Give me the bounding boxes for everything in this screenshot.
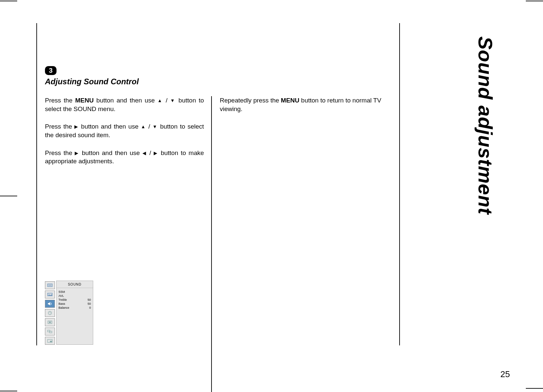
step-badge: 3 xyxy=(45,66,57,75)
time-icon xyxy=(45,309,55,317)
up-triangle-icon: ▲ xyxy=(158,98,163,103)
left-triangle-icon: ◀ xyxy=(142,150,147,156)
right-triangle-icon: ▶ xyxy=(154,150,158,156)
instruction-4: Repeatedly press the MENU button to retu… xyxy=(220,96,387,113)
pip-icon xyxy=(45,337,55,345)
section-title: Adjusting Sound Control xyxy=(45,77,389,86)
svg-rect-0 xyxy=(48,284,52,287)
sound-icon xyxy=(45,300,55,308)
menu-item: SSM xyxy=(58,290,91,294)
special-icon xyxy=(45,318,55,326)
down-triangle-icon: ▼ xyxy=(152,124,158,129)
right-triangle-icon: ▶ xyxy=(75,150,79,156)
picture-icon xyxy=(45,291,55,298)
menu-title: SOUND xyxy=(57,281,93,288)
instruction-2: Press the ▶ button and then use ▲ / ▼ bu… xyxy=(45,122,204,139)
svg-point-4 xyxy=(49,294,49,294)
right-triangle-icon: ▶ xyxy=(74,124,79,129)
screen-icon xyxy=(45,328,55,335)
menu-item: Bass50 xyxy=(58,302,91,306)
right-column: Repeatedly press the MENU button to retu… xyxy=(220,96,387,392)
up-triangle-icon: ▲ xyxy=(141,124,146,129)
instruction-3: Press the ▶ button and then use ◀ / ▶ bu… xyxy=(45,149,204,166)
svg-rect-13 xyxy=(50,341,52,342)
menu-panel: SOUND SSM AVL Treble50 Bass50 Balance0 xyxy=(56,281,93,345)
page-number: 25 xyxy=(500,369,510,379)
side-title: Sound adjustment xyxy=(474,36,497,215)
menu-icon-column xyxy=(45,281,55,345)
station-icon xyxy=(45,281,55,289)
menu-item: Balance0 xyxy=(58,306,91,310)
main-content: 3 Adjusting Sound Control Press the MENU… xyxy=(36,23,400,345)
down-triangle-icon: ▼ xyxy=(170,98,176,103)
instruction-1: Press the MENU button and then use ▲ / ▼… xyxy=(45,96,204,113)
menu-item: Treble50 xyxy=(58,298,91,302)
osd-menu-1: SOUND SSM AVL Treble50 Bass50 Balance0 xyxy=(45,281,93,345)
svg-rect-9 xyxy=(49,322,51,323)
menu-item: AVL xyxy=(58,294,91,298)
left-column: Press the MENU button and then use ▲ / ▼… xyxy=(45,96,212,392)
